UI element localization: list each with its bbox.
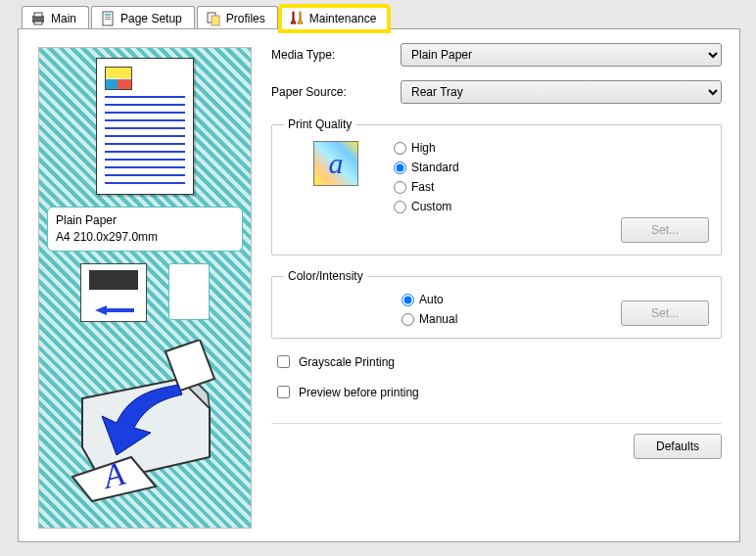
ci-set-button[interactable]: Set... (621, 301, 709, 326)
grayscale-checkbox[interactable] (277, 355, 290, 368)
tab-maintenance[interactable]: Maintenance (280, 6, 390, 31)
pq-custom-radio[interactable] (394, 201, 406, 213)
preview-checkbox[interactable] (277, 386, 290, 398)
svg-rect-1 (34, 13, 42, 17)
preview-column: Plain Paper A4 210.0x297.0mm A (38, 47, 252, 529)
print-quality-legend: Print Quality (284, 117, 355, 131)
main-panel: Plain Paper A4 210.0x297.0mm A (18, 28, 740, 542)
print-quality-icon: a (313, 141, 358, 186)
pq-standard-label: Standard (411, 161, 459, 174)
defaults-button[interactable]: Defaults (634, 434, 722, 459)
printer-illustration: A (63, 340, 231, 502)
rear-tray-icon (80, 263, 147, 322)
preview-label: Preview before printing (299, 386, 419, 399)
color-intensity-group: Color/Intensity Auto Manual Set... (271, 269, 722, 339)
pq-high-radio[interactable] (394, 142, 406, 155)
paper-info-line1: Plain Paper (56, 212, 234, 229)
color-intensity-legend: Color/Intensity (284, 269, 367, 283)
svg-rect-8 (212, 16, 219, 25)
maintenance-icon (289, 11, 305, 26)
svg-rect-4 (105, 14, 111, 16)
pq-custom-label: Custom (411, 200, 451, 213)
paper-info-box: Plain Paper A4 210.0x297.0mm (47, 207, 243, 252)
separator (271, 423, 722, 424)
ci-auto-radio[interactable] (402, 294, 414, 306)
pq-set-button[interactable]: Set... (621, 217, 709, 243)
pq-fast-radio[interactable] (394, 181, 406, 194)
paper-source-select[interactable]: Rear Tray (401, 80, 722, 104)
tab-maintenance-label: Maintenance (309, 12, 377, 25)
pq-high-label: High (411, 141, 436, 155)
profiles-icon (206, 11, 221, 26)
ci-manual-label: Manual (419, 312, 457, 326)
printer-icon (30, 11, 46, 26)
tab-page-setup-label: Page Setup (120, 12, 182, 25)
ci-manual-radio[interactable] (402, 313, 414, 326)
svg-rect-6 (105, 19, 111, 20)
paper-info-line2: A4 210.0x297.0mm (56, 229, 234, 246)
svg-rect-5 (105, 17, 111, 18)
media-type-label: Media Type: (271, 48, 401, 62)
thumbnail-image-icon (105, 67, 132, 90)
pq-standard-radio[interactable] (394, 162, 406, 174)
media-type-select[interactable]: Plain Paper (401, 43, 722, 67)
print-quality-group: Print Quality a High Standard Fast Custo… (271, 117, 722, 255)
tab-profiles-label: Profiles (226, 12, 265, 25)
pq-fast-label: Fast (411, 180, 434, 194)
tab-main-label: Main (51, 12, 76, 25)
blank-page-icon (168, 263, 210, 320)
svg-rect-2 (34, 22, 42, 24)
page-setup-icon (100, 11, 116, 26)
paper-source-label: Paper Source: (271, 85, 401, 99)
document-thumbnail (96, 58, 194, 195)
grayscale-label: Grayscale Printing (299, 355, 395, 369)
ci-auto-label: Auto (419, 293, 444, 306)
